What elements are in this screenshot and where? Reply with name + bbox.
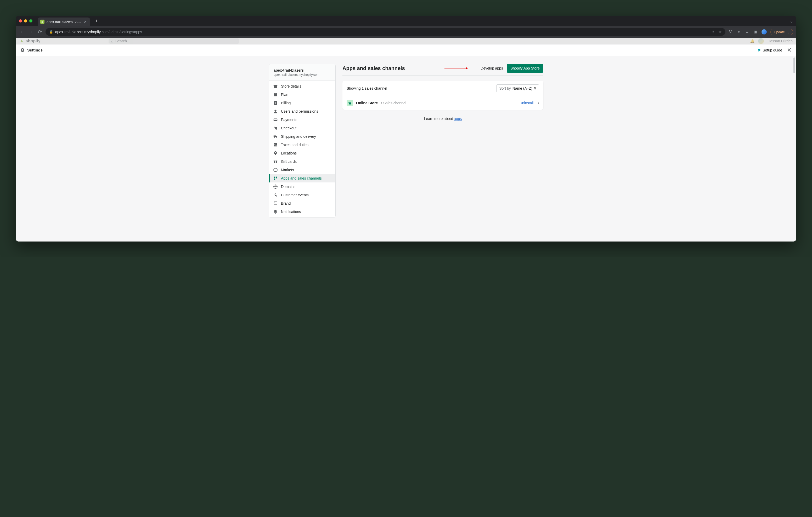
app-name: Online Store [356, 101, 378, 105]
sidebar-item-billing[interactable]: $Billing [269, 99, 336, 107]
sidebar-item-locations[interactable]: Locations [269, 149, 336, 157]
svg-point-4 [274, 110, 276, 112]
forward-button[interactable]: → [28, 29, 34, 35]
lock-icon: 🔒 [49, 30, 53, 34]
app-type: • Sales channel [381, 101, 406, 105]
close-overlay-button[interactable]: ✕ [787, 47, 791, 54]
store-name: apex-trail-blazers [273, 68, 331, 72]
sidebar-item-plan[interactable]: Plan [269, 90, 336, 99]
titlebar: S apex-trail-blazers · Apps and s ✕ + ⌄ [16, 16, 796, 26]
image-icon [273, 201, 278, 206]
sidebar-item-markets[interactable]: Markets [269, 166, 336, 174]
sidebar-item-domains[interactable]: Domains [269, 182, 336, 191]
settings-overlay: ⚙ Settings ⚑ Setup guide ✕ [16, 44, 796, 242]
profile-avatar-icon[interactable] [761, 29, 767, 34]
svg-rect-1 [274, 94, 276, 94]
learn-more: Learn more about apps [342, 117, 543, 121]
user-icon [273, 109, 278, 114]
bookmark-star-icon[interactable]: ☆ [718, 30, 722, 34]
gear-icon: ⚙ [21, 47, 25, 53]
user-name: Hassan Djirdeh [767, 39, 793, 43]
new-tab-button[interactable]: + [95, 18, 98, 24]
sort-value: Name (A–Z) [513, 86, 532, 90]
window-zoom[interactable] [29, 19, 32, 23]
notifications-bell-icon[interactable]: 🔔 [750, 39, 754, 43]
sidebar-header: apex-trail-blazers apex-trail-blazers.my… [269, 64, 336, 81]
setup-guide-link[interactable]: ⚑ Setup guide [758, 48, 782, 52]
develop-apps-link[interactable]: Develop apps [481, 66, 503, 70]
learn-apps-link[interactable]: apps [454, 117, 462, 121]
card-header: Showing 1 sales channel Sort by Name (A–… [342, 81, 543, 96]
svg-text:$: $ [275, 102, 276, 104]
back-button[interactable]: ← [19, 29, 25, 35]
sidebar-item-label: Shipping and delivery [281, 134, 316, 139]
sidebar-item-shipping[interactable]: Shipping and delivery [269, 132, 336, 141]
reload-button[interactable]: ⟳ [37, 29, 43, 35]
store-domain-link[interactable]: apex-trail-blazers.myshopify.com [273, 73, 331, 77]
settings-sidebar: apex-trail-blazers apex-trail-blazers.my… [269, 64, 336, 218]
svg-rect-9 [273, 135, 276, 137]
tab-close-icon[interactable]: ✕ [84, 20, 87, 24]
window-close[interactable] [19, 19, 22, 23]
svg-marker-27 [466, 67, 468, 69]
sidebar-item-label: Plan [281, 93, 288, 97]
sidebar-item-label: Domains [281, 185, 295, 189]
shopify-app-store-button[interactable]: Shopify App Store [507, 64, 543, 73]
pin-icon [273, 151, 278, 155]
admin-topbar: ▲ shopify ⌕ Search 🔔 Hassan Djirdeh [16, 38, 796, 44]
svg-point-14 [275, 152, 276, 153]
showing-count: Showing 1 sales channel [347, 86, 387, 90]
sidebar-item-brand[interactable]: Brand [269, 199, 336, 208]
extension-v-icon[interactable]: V [728, 30, 733, 34]
sidebar-item-customer-events[interactable]: Customer events [269, 191, 336, 199]
update-chrome-button[interactable]: Update ⋮ [771, 29, 793, 35]
browser-tab[interactable]: S apex-trail-blazers · Apps and s ✕ [38, 18, 90, 26]
devices-icon[interactable]: ▣ [753, 30, 758, 34]
sidebar-item-store-details[interactable]: Store details [269, 82, 336, 90]
cart-icon [273, 126, 278, 130]
sort-caret-icon: ⇅ [534, 87, 536, 90]
share-icon[interactable]: ⇪ [712, 30, 715, 34]
globe-link-icon [273, 184, 278, 189]
app-row-online-store[interactable]: Online Store • Sales channel Uninstall › [342, 96, 543, 110]
extensions-puzzle-icon[interactable]: ✦ [736, 30, 741, 34]
svg-rect-17 [275, 160, 276, 163]
scrollbar-thumb[interactable] [793, 58, 795, 73]
svg-rect-21 [274, 179, 275, 180]
uninstall-link[interactable]: Uninstall [520, 101, 534, 105]
sidebar-item-users[interactable]: Users and permissions [269, 107, 336, 116]
sidebar-item-taxes[interactable]: %Taxes and duties [269, 141, 336, 149]
sidebar-item-label: Gift cards [281, 159, 297, 163]
svg-point-11 [276, 137, 277, 138]
svg-point-10 [274, 137, 275, 138]
sidebar-item-label: Customer events [281, 193, 309, 197]
svg-text:+: + [276, 178, 277, 180]
browser-toolbar: ← → ⟳ 🔒 apex-trail-blazers.myshopify.com… [16, 26, 796, 38]
user-avatar-icon[interactable] [758, 38, 764, 44]
sidebar-item-label: Billing [281, 101, 291, 105]
storefront-icon [273, 84, 278, 89]
address-bar[interactable]: 🔒 apex-trail-blazers.myshopify.com/admin… [46, 28, 725, 36]
sidebar-item-apps[interactable]: +Apps and sales channels [269, 174, 336, 182]
window-minimize[interactable] [24, 19, 27, 23]
page-header: Apps and sales channels Develop apps Sho… [342, 64, 543, 75]
tabs-dropdown-icon[interactable]: ⌄ [790, 19, 793, 24]
sidebar-item-label: Payments [281, 118, 297, 122]
toolbar-extensions: V ✦ ≡ ▣ Update ⋮ [728, 29, 793, 35]
sidebar-item-checkout[interactable]: Checkout [269, 124, 336, 132]
billing-icon: $ [273, 101, 278, 105]
admin-search-input[interactable]: ⌕ Search [109, 38, 239, 44]
annotation-arrow [444, 67, 468, 70]
card-icon [273, 117, 278, 122]
sidebar-item-notifications[interactable]: Notifications [269, 208, 336, 216]
kebab-menu-icon[interactable]: ⋮ [786, 30, 790, 34]
sort-dropdown[interactable]: Sort by Name (A–Z) ⇅ [496, 84, 539, 92]
search-icon: ⌕ [111, 39, 113, 43]
overlay-body: apex-trail-blazers apex-trail-blazers.my… [16, 56, 796, 242]
sidebar-item-label: Store details [281, 84, 301, 88]
overlay-header: ⚙ Settings ⚑ Setup guide ✕ [16, 44, 796, 56]
sidebar-item-label: Taxes and duties [281, 143, 309, 147]
sidebar-item-giftcards[interactable]: Gift cards [269, 157, 336, 166]
reading-list-icon[interactable]: ≡ [745, 30, 750, 34]
sidebar-item-payments[interactable]: Payments [269, 116, 336, 124]
